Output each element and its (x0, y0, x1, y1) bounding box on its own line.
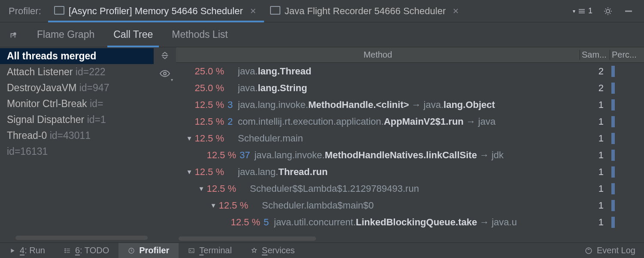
table-row[interactable]: 25.0 %java.lang.Thread2 (176, 63, 644, 80)
percent-value: 12.5 % (230, 217, 264, 228)
tab-methods-list[interactable]: Methods List (162, 22, 237, 47)
method-name: Scheduler$$Lambda$1.2129789493.run (250, 183, 580, 194)
thread-item[interactable]: Attach Listener id=222 (0, 64, 154, 80)
samples-value: 1 (580, 116, 610, 127)
percent-value: 25.0 % (194, 66, 228, 77)
percent-bar (610, 200, 644, 211)
samples-value: 1 (580, 183, 610, 194)
svg-point-13 (586, 248, 592, 254)
open-in-window-icon[interactable] (3, 30, 24, 40)
table-row[interactable]: 12.5 %2com.intellij.rt.execution.applica… (176, 113, 644, 130)
count-value: 37 (240, 150, 254, 161)
svg-point-4 (164, 72, 166, 75)
table-row[interactable]: ▼12.5 %Scheduler.lambda$main$01 (176, 197, 644, 214)
percent-bar (610, 183, 644, 194)
percent-value: 12.5 % (194, 116, 228, 127)
samples-value: 2 (580, 83, 610, 94)
thread-count-badge[interactable]: ▾ 1 (573, 6, 592, 15)
chevron-down-icon[interactable]: ▼ (209, 202, 218, 209)
table-row[interactable]: ▼12.5 %Scheduler$$Lambda$1.2129789493.ru… (176, 180, 644, 197)
percent-bar (610, 166, 644, 178)
table-row[interactable]: 12.5 %5java.util.concurrent.LinkedBlocki… (176, 214, 644, 230)
thread-item[interactable]: Thread-0 id=43011 (0, 128, 154, 144)
gear-icon[interactable] (603, 6, 613, 16)
percent-bar (610, 150, 644, 161)
close-icon[interactable]: ✕ (453, 6, 459, 16)
method-name: Scheduler.lambda$main$0 (262, 200, 580, 211)
tool-window-todo-button[interactable]: 6: TODO (55, 243, 118, 258)
percent-value: 12.5 % (194, 99, 228, 111)
expand-all-icon[interactable] (160, 51, 170, 62)
svg-point-8 (65, 249, 66, 249)
threads-list: All threads merged Attach Listener id=22… (0, 47, 154, 243)
samples-value: 1 (580, 99, 610, 111)
table-row[interactable]: ▼12.5 %java.lang.Thread.run1 (176, 163, 644, 180)
method-name: java.util.concurrent.LinkedBlockingQueue… (274, 217, 580, 228)
column-method[interactable]: Method (176, 50, 580, 60)
percent-bar (610, 66, 644, 77)
percent-bar (610, 99, 644, 111)
tab-flame-graph[interactable]: Flame Graph (27, 22, 104, 47)
chevron-down-icon[interactable]: ▼ (185, 168, 194, 175)
method-name: java.lang.invoke.MethodHandleNatives.lin… (254, 150, 580, 161)
method-name: java.lang.String (238, 83, 580, 94)
call-tree-table: Method Sam... Perc... 25.0 %java.lang.Th… (176, 47, 644, 243)
scrollbar-horizontal[interactable] (15, 236, 148, 240)
window-icon (272, 8, 280, 15)
focus-icon[interactable]: ▾ (159, 69, 170, 80)
tool-window-services-button[interactable]: Services (241, 243, 304, 258)
samples-value: 1 (580, 150, 610, 161)
method-name: java.lang.Thread.run (238, 166, 580, 178)
thread-item[interactable]: id=16131 (0, 144, 154, 160)
percent-bar (610, 217, 644, 228)
view-toolbar: Flame Graph Call Tree Methods List (0, 22, 644, 47)
count-value: 3 (228, 99, 238, 111)
tab-label: [Async Profiler] Memory 54646 Scheduler (69, 6, 243, 17)
table-row[interactable]: ▼12.5 %Scheduler.main1 (176, 130, 644, 147)
thread-item[interactable]: All threads merged (0, 48, 154, 64)
tool-window-terminal-button[interactable]: Terminal (179, 243, 241, 258)
close-icon[interactable]: ✕ (250, 6, 256, 16)
method-name: java.lang.invoke.MethodHandle.<clinit>→j… (238, 99, 580, 111)
method-name: Scheduler.main (238, 133, 580, 144)
tool-window-run-button[interactable]: 4: Run (0, 243, 55, 258)
profiler-title: Profiler: (3, 6, 48, 17)
scrollbar-horizontal[interactable] (179, 236, 316, 241)
samples-value: 1 (580, 217, 610, 228)
svg-rect-12 (189, 249, 194, 252)
count-value: 5 (264, 217, 274, 228)
table-row[interactable]: 12.5 %37java.lang.invoke.MethodHandleNat… (176, 147, 644, 163)
chevron-down-icon[interactable]: ▼ (185, 135, 194, 142)
percent-bar (610, 83, 644, 94)
hide-icon[interactable] (623, 6, 634, 16)
samples-value: 1 (580, 200, 610, 211)
table-row[interactable]: 25.0 %java.lang.String2 (176, 80, 644, 96)
samples-value: 1 (580, 166, 610, 178)
percent-value: 25.0 % (194, 83, 228, 94)
column-percent[interactable]: Perc... (610, 50, 644, 60)
thread-item[interactable]: Signal Dispatcher id=1 (0, 112, 154, 128)
percent-bar (610, 116, 644, 127)
chevron-down-icon[interactable]: ▼ (197, 185, 206, 192)
thread-item[interactable]: DestroyJavaVM id=947 (0, 80, 154, 96)
tab-call-tree[interactable]: Call Tree (104, 22, 162, 47)
thread-item[interactable]: Monitor Ctrl-Break id= (0, 96, 154, 112)
percent-value: 12.5 % (206, 183, 240, 194)
profiler-tabbar: Profiler: [Async Profiler] Memory 54646 … (0, 0, 644, 22)
tool-window-bar: 4: Run6: TODOProfilerTerminalServices Ev… (0, 243, 644, 258)
profiler-tab-jfr[interactable]: Java Flight Recorder 54666 Scheduler ✕ (264, 0, 467, 22)
table-row[interactable]: 12.5 %3java.lang.invoke.MethodHandle.<cl… (176, 96, 644, 113)
count-value: 2 (228, 116, 238, 127)
method-name: com.intellij.rt.execution.application.Ap… (238, 116, 580, 127)
tool-window-profiler-button[interactable]: Profiler (118, 243, 179, 258)
tab-label: Java Flight Recorder 54666 Scheduler (285, 6, 446, 17)
window-icon (56, 8, 64, 15)
samples-value: 1 (580, 133, 610, 144)
column-samples[interactable]: Sam... (580, 50, 610, 60)
svg-point-9 (65, 250, 66, 251)
percent-value: 12.5 % (194, 133, 228, 144)
percent-value: 12.5 % (194, 166, 228, 178)
percent-bar (610, 133, 644, 144)
event-log-button[interactable]: Event Log (585, 246, 644, 255)
profiler-tab-async[interactable]: [Async Profiler] Memory 54646 Scheduler … (48, 0, 264, 22)
